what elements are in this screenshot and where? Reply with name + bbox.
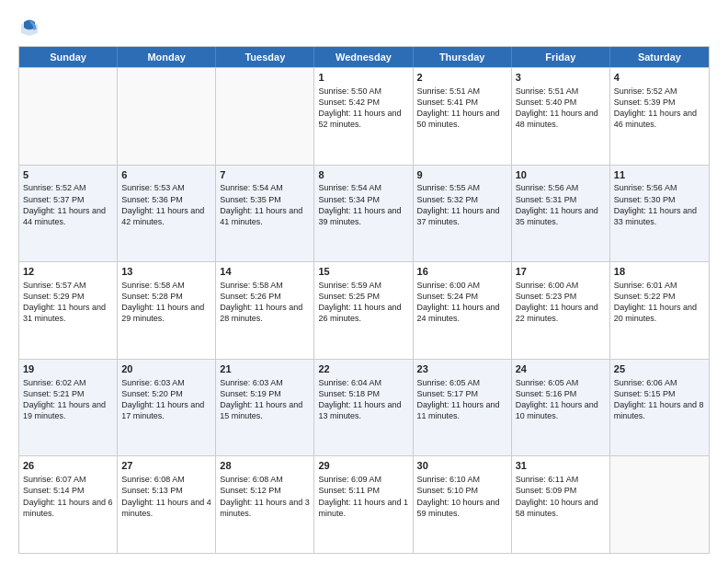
sunset-text: Sunset: 5:31 PM <box>516 195 577 204</box>
calendar-row-0: 1Sunrise: 5:50 AMSunset: 5:42 PMDaylight… <box>19 67 709 165</box>
weekday-header-sunday: Sunday <box>19 47 118 67</box>
sunrise-text: Sunrise: 5:58 AM <box>220 281 283 290</box>
day-number: 17 <box>516 265 606 279</box>
day-number: 3 <box>516 71 606 85</box>
calendar-cell-15: 15Sunrise: 5:59 AMSunset: 5:25 PMDayligh… <box>314 262 413 359</box>
day-number: 30 <box>417 459 507 473</box>
sunrise-text: Sunrise: 5:57 AM <box>23 281 86 290</box>
day-number: 1 <box>318 71 408 85</box>
sunset-text: Sunset: 5:42 PM <box>318 98 380 107</box>
sunset-text: Sunset: 5:13 PM <box>121 486 183 495</box>
daylight-text: Daylight: 11 hours and 11 minutes. <box>417 400 500 420</box>
daylight-text: Daylight: 11 hours and 41 minutes. <box>220 206 302 226</box>
day-number: 23 <box>417 362 507 376</box>
sunset-text: Sunset: 5:40 PM <box>516 98 577 107</box>
daylight-text: Daylight: 11 hours and 31 minutes. <box>23 303 106 323</box>
day-number: 12 <box>23 265 113 279</box>
sunset-text: Sunset: 5:10 PM <box>417 486 479 495</box>
calendar-cell-20: 20Sunrise: 6:03 AMSunset: 5:20 PMDayligh… <box>118 360 216 456</box>
sunrise-text: Sunrise: 5:54 AM <box>318 183 381 192</box>
calendar-row-2: 12Sunrise: 5:57 AMSunset: 5:29 PMDayligh… <box>19 261 709 359</box>
calendar-row-3: 19Sunrise: 6:02 AMSunset: 5:21 PMDayligh… <box>19 359 709 456</box>
calendar-row-1: 5Sunrise: 5:52 AMSunset: 5:37 PMDaylight… <box>19 165 709 262</box>
page: SundayMondayTuesdayWednesdayThursdayFrid… <box>0 0 728 563</box>
sunrise-text: Sunrise: 5:56 AM <box>614 183 677 192</box>
daylight-text: Daylight: 11 hours and 52 minutes. <box>318 109 401 129</box>
calendar-cell-empty-4-6 <box>610 456 709 553</box>
calendar: SundayMondayTuesdayWednesdayThursdayFrid… <box>18 46 710 554</box>
sunrise-text: Sunrise: 5:51 AM <box>516 86 579 96</box>
calendar-cell-5: 5Sunrise: 5:52 AMSunset: 5:37 PMDaylight… <box>19 166 118 262</box>
daylight-text: Daylight: 11 hours and 29 minutes. <box>121 303 204 323</box>
calendar-body: 1Sunrise: 5:50 AMSunset: 5:42 PMDaylight… <box>19 67 709 553</box>
day-number: 4 <box>614 71 705 85</box>
sunset-text: Sunset: 5:17 PM <box>417 389 479 398</box>
sunrise-text: Sunrise: 6:05 AM <box>516 378 579 387</box>
day-number: 29 <box>318 459 408 473</box>
daylight-text: Daylight: 11 hours and 19 minutes. <box>23 400 106 420</box>
day-number: 9 <box>417 168 507 182</box>
sunset-text: Sunset: 5:12 PM <box>220 486 281 495</box>
calendar-cell-11: 11Sunrise: 5:56 AMSunset: 5:30 PMDayligh… <box>610 166 709 262</box>
day-number: 15 <box>318 265 408 279</box>
sunset-text: Sunset: 5:29 PM <box>23 292 85 301</box>
day-number: 2 <box>417 71 507 85</box>
sunset-text: Sunset: 5:22 PM <box>614 292 676 301</box>
calendar-cell-14: 14Sunrise: 5:58 AMSunset: 5:26 PMDayligh… <box>216 262 314 359</box>
sunset-text: Sunset: 5:35 PM <box>220 195 281 204</box>
sunrise-text: Sunrise: 5:52 AM <box>23 183 86 192</box>
daylight-text: Daylight: 11 hours and 3 minutes. <box>220 498 310 518</box>
calendar-row-4: 26Sunrise: 6:07 AMSunset: 5:14 PMDayligh… <box>19 455 709 553</box>
calendar-cell-25: 25Sunrise: 6:06 AMSunset: 5:15 PMDayligh… <box>610 360 709 456</box>
day-number: 14 <box>220 265 310 279</box>
day-number: 25 <box>614 362 705 376</box>
daylight-text: Daylight: 11 hours and 20 minutes. <box>614 303 697 323</box>
sunrise-text: Sunrise: 6:11 AM <box>516 475 579 484</box>
daylight-text: Daylight: 11 hours and 46 minutes. <box>614 109 697 129</box>
calendar-cell-16: 16Sunrise: 6:00 AMSunset: 5:24 PMDayligh… <box>414 262 512 359</box>
calendar-cell-26: 26Sunrise: 6:07 AMSunset: 5:14 PMDayligh… <box>19 456 118 553</box>
calendar-cell-1: 1Sunrise: 5:50 AMSunset: 5:42 PMDaylight… <box>314 68 413 165</box>
sunrise-text: Sunrise: 6:00 AM <box>417 281 481 290</box>
sunrise-text: Sunrise: 6:03 AM <box>220 378 283 387</box>
calendar-cell-6: 6Sunrise: 5:53 AMSunset: 5:36 PMDaylight… <box>118 166 216 262</box>
sunset-text: Sunset: 5:36 PM <box>121 195 183 204</box>
sunrise-text: Sunrise: 6:00 AM <box>516 281 579 290</box>
calendar-cell-31: 31Sunrise: 6:11 AMSunset: 5:09 PMDayligh… <box>512 456 610 553</box>
calendar-cell-29: 29Sunrise: 6:09 AMSunset: 5:11 PMDayligh… <box>314 456 413 553</box>
weekday-header-wednesday: Wednesday <box>314 47 413 67</box>
day-number: 16 <box>417 265 507 279</box>
day-number: 8 <box>318 168 408 182</box>
daylight-text: Daylight: 11 hours and 4 minutes. <box>121 498 211 518</box>
sunset-text: Sunset: 5:41 PM <box>417 98 479 107</box>
sunrise-text: Sunrise: 6:08 AM <box>220 475 283 484</box>
day-number: 10 <box>516 168 606 182</box>
daylight-text: Daylight: 11 hours and 50 minutes. <box>417 109 500 129</box>
day-number: 26 <box>23 459 113 473</box>
sunrise-text: Sunrise: 6:05 AM <box>417 378 481 387</box>
daylight-text: Daylight: 11 hours and 48 minutes. <box>516 109 598 129</box>
day-number: 6 <box>121 168 211 182</box>
sunset-text: Sunset: 5:18 PM <box>318 389 380 398</box>
day-number: 20 <box>121 362 211 376</box>
sunset-text: Sunset: 5:09 PM <box>516 486 577 495</box>
daylight-text: Daylight: 11 hours and 28 minutes. <box>220 303 302 323</box>
day-number: 11 <box>614 168 705 182</box>
calendar-cell-22: 22Sunrise: 6:04 AMSunset: 5:18 PMDayligh… <box>314 360 413 456</box>
daylight-text: Daylight: 11 hours and 44 minutes. <box>23 206 106 226</box>
daylight-text: Daylight: 11 hours and 24 minutes. <box>417 303 500 323</box>
calendar-cell-19: 19Sunrise: 6:02 AMSunset: 5:21 PMDayligh… <box>19 360 118 456</box>
sunset-text: Sunset: 5:39 PM <box>614 98 676 107</box>
day-number: 27 <box>121 459 211 473</box>
sunrise-text: Sunrise: 5:50 AM <box>318 86 381 96</box>
sunrise-text: Sunrise: 6:08 AM <box>121 475 185 484</box>
calendar-cell-9: 9Sunrise: 5:55 AMSunset: 5:32 PMDaylight… <box>414 166 512 262</box>
calendar-cell-27: 27Sunrise: 6:08 AMSunset: 5:13 PMDayligh… <box>118 456 216 553</box>
daylight-text: Daylight: 11 hours and 1 minute. <box>318 498 408 518</box>
sunset-text: Sunset: 5:30 PM <box>614 195 676 204</box>
sunset-text: Sunset: 5:37 PM <box>23 195 85 204</box>
weekday-header-tuesday: Tuesday <box>216 47 314 67</box>
sunrise-text: Sunrise: 6:10 AM <box>417 475 481 484</box>
sunset-text: Sunset: 5:21 PM <box>23 389 85 398</box>
sunset-text: Sunset: 5:28 PM <box>121 292 183 301</box>
